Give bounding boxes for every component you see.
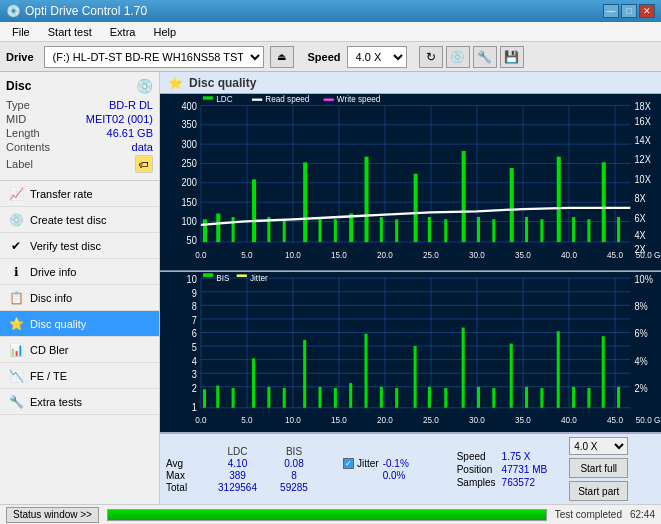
nav-fe-te[interactable]: 📉 FE / TE [0, 363, 159, 389]
label-edit-button[interactable]: 🏷 [135, 155, 153, 173]
nav-extra-tests[interactable]: 🔧 Extra tests [0, 389, 159, 415]
nav-disc-info[interactable]: 📋 Disc info [0, 285, 159, 311]
svg-text:Jitter: Jitter [250, 272, 268, 283]
disc-label-row: Label 🏷 [6, 154, 153, 174]
svg-text:2: 2 [192, 381, 197, 393]
status-window-button[interactable]: Status window >> [6, 507, 99, 523]
svg-text:10X: 10X [634, 173, 651, 185]
titlebar: 💿 Opti Drive Control 1.70 — □ ✕ [0, 0, 661, 22]
stats-avg-bis: 0.08 [269, 458, 319, 469]
svg-text:50.0 GB: 50.0 GB [636, 250, 661, 261]
speed-select-bottom[interactable]: 4.0 X [569, 437, 628, 455]
svg-text:100: 100 [181, 216, 197, 228]
svg-text:40.0: 40.0 [561, 250, 577, 261]
disc-section-icon: 💿 [136, 78, 153, 94]
speed-label: Speed [457, 451, 496, 462]
start-part-button[interactable]: Start part [569, 481, 628, 501]
svg-rect-38 [510, 168, 514, 242]
svg-text:250: 250 [181, 157, 197, 169]
svg-text:0.0: 0.0 [195, 250, 207, 261]
nav-transfer-rate[interactable]: 📈 Transfer rate [0, 181, 159, 207]
menu-help[interactable]: Help [145, 24, 184, 40]
transfer-rate-icon: 📈 [8, 187, 24, 201]
nav-verify-test-disc[interactable]: ✔ Verify test disc [0, 233, 159, 259]
svg-rect-119 [492, 388, 495, 408]
jitter-checkbox[interactable]: ✓ [343, 458, 354, 469]
jitter-max-val: 0.0% [383, 470, 433, 481]
nav-extra-tests-label: Extra tests [30, 396, 82, 408]
stats-header-bis: BIS [269, 446, 319, 457]
svg-text:14X: 14X [634, 135, 651, 147]
close-button[interactable]: ✕ [639, 4, 655, 18]
svg-rect-125 [587, 388, 590, 408]
svg-rect-127 [617, 386, 620, 407]
content-header-icon: ⭐ [168, 76, 183, 90]
type-value: BD-R DL [109, 99, 153, 111]
svg-rect-39 [525, 217, 528, 242]
drive-select[interactable]: (F:) HL-DT-ST BD-RE WH16NS58 TST4 [44, 46, 264, 68]
contents-label: Contents [6, 141, 50, 153]
svg-text:200: 200 [181, 177, 197, 189]
stats-table: LDC BIS Avg 4.10 0.08 Max 389 8 Total 31… [166, 446, 319, 493]
stats-label-total: Total [166, 482, 206, 493]
svg-text:5.0: 5.0 [241, 250, 253, 261]
disc-mid-row: MID MEIT02 (001) [6, 112, 153, 126]
maximize-button[interactable]: □ [621, 4, 637, 18]
svg-rect-34 [444, 219, 447, 242]
svg-text:40.0: 40.0 [561, 413, 577, 424]
svg-rect-80 [160, 272, 661, 432]
svg-text:10: 10 [187, 273, 198, 285]
settings-icon[interactable]: 🔧 [473, 46, 497, 68]
minimize-button[interactable]: — [603, 4, 619, 18]
svg-text:10%: 10% [634, 273, 652, 285]
nav-cd-bler[interactable]: 📊 CD Bler [0, 337, 159, 363]
svg-text:20.0: 20.0 [377, 250, 393, 261]
disc-length-row: Length 46.61 GB [6, 126, 153, 140]
svg-text:4: 4 [192, 354, 197, 366]
disc-panel: Disc 💿 Type BD-R DL MID MEIT02 (001) Len… [0, 72, 159, 181]
svg-text:400: 400 [181, 100, 197, 112]
progress-bar-fill [108, 510, 546, 520]
svg-text:45.0: 45.0 [607, 250, 623, 261]
fe-te-icon: 📉 [8, 369, 24, 383]
menu-extra[interactable]: Extra [102, 24, 144, 40]
stats-max-ldc: 389 [210, 470, 265, 481]
save-icon[interactable]: 💾 [500, 46, 524, 68]
chart2-svg: 10 9 8 7 6 5 4 3 2 1 10% 8% 6% 4% 2% [160, 272, 661, 432]
svg-text:3: 3 [192, 368, 197, 380]
disc-icon[interactable]: 💿 [446, 46, 470, 68]
svg-text:350: 350 [181, 119, 197, 131]
stats-total-ldc: 3129564 [210, 482, 265, 493]
svg-rect-124 [572, 386, 575, 407]
disc-type-row: Type BD-R DL [6, 98, 153, 112]
length-value: 46.61 GB [107, 127, 153, 139]
mid-label: MID [6, 113, 26, 125]
jitter-spacer [343, 470, 379, 481]
contents-value: data [132, 141, 153, 153]
position-value: 47731 MB [502, 464, 548, 475]
nav-drive-info[interactable]: ℹ Drive info [0, 259, 159, 285]
eject-button[interactable]: ⏏ [270, 46, 294, 68]
svg-rect-114 [414, 346, 417, 408]
toolbar-icons: ↻ 💿 🔧 💾 [419, 46, 524, 68]
stats-header-ldc: LDC [210, 446, 265, 457]
disc-contents-row: Contents data [6, 140, 153, 154]
nav-create-test-disc[interactable]: 💿 Create test disc [0, 207, 159, 233]
speed-select[interactable]: 4.0 X [347, 46, 407, 68]
samples-value: 763572 [502, 477, 548, 488]
sidebar: Disc 💿 Type BD-R DL MID MEIT02 (001) Len… [0, 72, 160, 504]
start-full-button[interactable]: Start full [569, 458, 628, 478]
menu-file[interactable]: File [4, 24, 38, 40]
menu-start-test[interactable]: Start test [40, 24, 100, 40]
svg-rect-36 [477, 217, 480, 242]
content-title: Disc quality [189, 76, 256, 90]
svg-text:Write speed: Write speed [337, 94, 381, 104]
svg-rect-113 [395, 388, 398, 408]
verify-test-disc-icon: ✔ [8, 239, 24, 253]
nav-disc-quality[interactable]: ⭐ Disc quality [0, 311, 159, 337]
action-section: 4.0 X Start full Start part [569, 437, 628, 501]
svg-rect-109 [334, 388, 337, 408]
svg-rect-74 [203, 96, 213, 99]
refresh-icon[interactable]: ↻ [419, 46, 443, 68]
svg-rect-27 [334, 219, 337, 242]
